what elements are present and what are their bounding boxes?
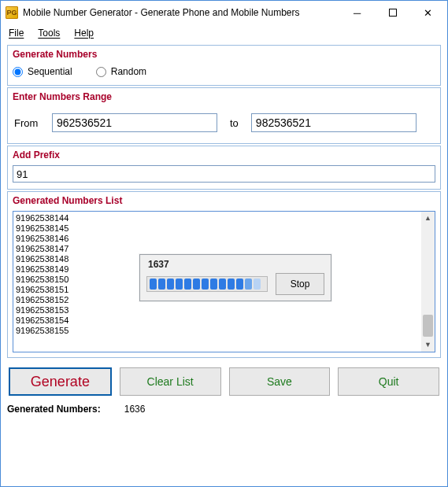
quit-label: Quit bbox=[379, 375, 399, 388]
list-item[interactable]: 91962538154 bbox=[16, 315, 68, 326]
button-row: Generate Clear List Save Quit bbox=[7, 360, 441, 400]
list-item[interactable]: 91962538147 bbox=[16, 244, 68, 254]
list-entries: 9196253814491962538145919625381469196253… bbox=[16, 213, 68, 336]
to-label: to bbox=[230, 117, 239, 129]
list-item[interactable]: 91962538155 bbox=[16, 326, 68, 336]
progress-bar bbox=[146, 276, 268, 292]
generate-numbers-panel: Generate Numbers Sequential Random bbox=[7, 45, 441, 86]
close-button[interactable]: ✕ bbox=[410, 2, 446, 24]
progress-count: 1637 bbox=[148, 260, 324, 270]
sequential-radio[interactable] bbox=[13, 67, 23, 77]
prefix-input[interactable] bbox=[13, 165, 435, 183]
list-item[interactable]: 91962538145 bbox=[16, 223, 68, 234]
minimize-icon: ─ bbox=[354, 7, 361, 19]
scroll-track[interactable] bbox=[421, 225, 435, 338]
prefix-title: Add Prefix bbox=[13, 149, 435, 160]
quit-button[interactable]: Quit bbox=[338, 367, 439, 396]
random-text: Random bbox=[111, 66, 146, 77]
sequential-radio-label[interactable]: Sequential bbox=[13, 66, 72, 77]
generate-numbers-title: Generate Numbers bbox=[13, 49, 435, 60]
minimize-button[interactable]: ─ bbox=[339, 2, 375, 24]
scroll-down-icon[interactable]: ▼ bbox=[421, 338, 435, 352]
status-label: Generated Numbers: bbox=[7, 404, 101, 415]
list-item[interactable]: 91962538151 bbox=[16, 285, 68, 295]
list-item[interactable]: 91962538148 bbox=[16, 254, 68, 264]
scrollbar[interactable]: ▲ ▼ bbox=[421, 212, 435, 352]
list-item[interactable]: 91962538153 bbox=[16, 305, 68, 315]
statusbar: Generated Numbers: 1636 bbox=[1, 400, 447, 419]
generate-label: Generate bbox=[31, 374, 90, 390]
random-radio-label[interactable]: Random bbox=[96, 66, 146, 77]
maximize-icon bbox=[389, 9, 397, 17]
from-label: From bbox=[14, 117, 46, 129]
app-icon: PG bbox=[6, 6, 18, 19]
clear-list-button[interactable]: Clear List bbox=[120, 367, 221, 396]
clear-label: Clear List bbox=[147, 375, 194, 388]
list-item[interactable]: 91962538149 bbox=[16, 264, 68, 275]
scroll-thumb[interactable] bbox=[423, 315, 433, 337]
status-value: 1636 bbox=[124, 404, 146, 415]
to-input[interactable] bbox=[251, 113, 417, 132]
list-item[interactable]: 91962538150 bbox=[16, 275, 68, 285]
range-title: Enter Numbers Range bbox=[13, 91, 435, 102]
generated-list[interactable]: 9196253814491962538145919625381469196253… bbox=[13, 211, 435, 352]
save-button[interactable]: Save bbox=[229, 367, 331, 396]
app-window: PG Mobile Number Generator - Generate Ph… bbox=[0, 0, 448, 487]
list-title: Generated Numbers List bbox=[13, 195, 435, 206]
from-input[interactable] bbox=[52, 113, 217, 132]
range-panel: Enter Numbers Range From to bbox=[7, 87, 441, 144]
menubar: File Tools Help bbox=[1, 24, 447, 42]
generate-button[interactable]: Generate bbox=[9, 367, 112, 396]
list-item[interactable]: 91962538146 bbox=[16, 234, 68, 244]
save-label: Save bbox=[267, 375, 292, 388]
menu-tools[interactable]: Tools bbox=[38, 28, 60, 39]
maximize-button[interactable] bbox=[375, 2, 410, 24]
titlebar: PG Mobile Number Generator - Generate Ph… bbox=[1, 1, 447, 24]
stop-label: Stop bbox=[291, 279, 310, 290]
list-item[interactable]: 91962538152 bbox=[16, 295, 68, 305]
random-radio[interactable] bbox=[96, 67, 106, 77]
window-title: Mobile Number Generator - Generate Phone… bbox=[23, 7, 300, 18]
scroll-up-icon[interactable]: ▲ bbox=[421, 212, 435, 225]
menu-help[interactable]: Help bbox=[74, 28, 94, 39]
list-panel: Generated Numbers List 91962538144919625… bbox=[7, 191, 441, 358]
list-item[interactable]: 91962538144 bbox=[16, 213, 68, 223]
sequential-text: Sequential bbox=[28, 66, 72, 77]
prefix-panel: Add Prefix bbox=[7, 146, 441, 190]
close-icon: ✕ bbox=[424, 7, 432, 19]
stop-button[interactable]: Stop bbox=[276, 273, 324, 295]
progress-dialog: 1637 Stop bbox=[139, 254, 331, 301]
menu-file[interactable]: File bbox=[9, 28, 24, 39]
